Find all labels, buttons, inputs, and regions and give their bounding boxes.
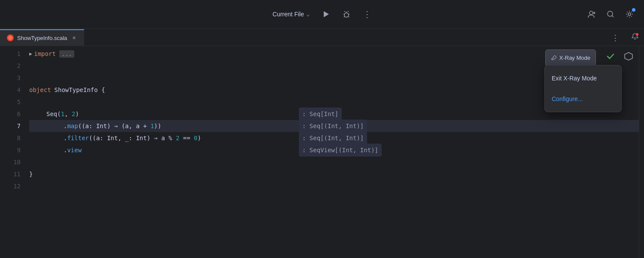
line-num-6: 6 (17, 108, 21, 120)
current-file-label: Current File (273, 11, 304, 18)
xray-dropdown-menu: Exit X-Ray Mode Configure... (544, 65, 622, 112)
more-options-button[interactable]: ⋮ (359, 6, 375, 22)
code-line-9: .view : SeqView[(Int, Int)] (29, 144, 639, 156)
hex-shape-icon[interactable] (622, 49, 635, 63)
code-line-10 (29, 156, 639, 168)
type-hint-view: : SeqView[(Int, Int)] (299, 144, 382, 157)
search-button[interactable] (603, 6, 618, 22)
current-file-selector[interactable]: Current File ⌄ (269, 9, 313, 19)
tab-right-icons (629, 31, 641, 44)
editor-content: 1 2 3 4 5 6 7 8 9 10 11 12 ▶ import ... (0, 46, 644, 258)
bell-icon[interactable] (629, 31, 641, 44)
svg-marker-0 (324, 11, 329, 17)
exit-xray-mode-item[interactable]: Exit X-Ray Mode (545, 68, 621, 89)
run-button[interactable] (318, 6, 334, 22)
line-num-2: 2 (17, 60, 21, 72)
chevron-down-icon: ⌄ (307, 11, 310, 17)
svg-point-2 (589, 11, 593, 15)
debug-button[interactable] (339, 6, 354, 22)
line-num-8: 8 (17, 132, 21, 144)
type-hint-seq: : Seq[Int] (299, 108, 342, 120)
code-line-12 (29, 180, 639, 192)
file-tab[interactable]: ShowTypeInfo.scala ✕ (0, 29, 84, 46)
tab-bar: ShowTypeInfo.scala ✕ ⋮ (0, 29, 644, 46)
line-num-5: 5 (17, 96, 21, 108)
line-num-9: 9 (17, 144, 21, 156)
code-area: ▶ import ... object ShowTypeInfo { Seq(1… (26, 46, 639, 258)
line-num-1: 1 (17, 48, 21, 60)
svg-point-4 (628, 13, 631, 15)
notification-badge (632, 8, 635, 12)
tab-more-button[interactable]: ⋮ (608, 31, 623, 43)
code-line-11: } (29, 168, 639, 180)
line-num-10: 10 (13, 156, 21, 168)
accept-button[interactable] (604, 49, 617, 63)
add-profile-button[interactable] (584, 6, 599, 22)
line-num-11: 11 (13, 168, 21, 180)
code-line-8: .filter((a: Int, _: Int) ⇒ a % 2 == 0) :… (29, 132, 639, 144)
line-numbers: 1 2 3 4 5 6 7 8 9 10 11 12 (0, 46, 26, 258)
editor-area: ShowTypeInfo.scala ✕ ⋮ 1 2 3 4 5 6 7 8 (0, 29, 644, 258)
xray-mode-label: X-Ray Mode (559, 52, 590, 64)
code-line-7: .map((a: Int) ⇒ (a, a + 1)) : Seq[(Int, … (29, 120, 639, 132)
svg-point-5 (636, 33, 638, 36)
pin-icon (551, 55, 557, 61)
line-num-4: 4 (17, 84, 21, 96)
tab-close-button[interactable]: ✕ (70, 34, 77, 41)
type-hint-map: : Seq[(Int, Int)] (299, 120, 367, 132)
xray-mode-button[interactable]: X-Ray Mode (545, 49, 596, 67)
type-hint-filter: : Seq[(Int, Int)] (299, 132, 367, 144)
fold-arrow-1[interactable]: ▶ (29, 48, 32, 60)
line-num-7: 7 (17, 120, 21, 132)
settings-button[interactable] (622, 6, 637, 22)
top-bar-center: Current File ⌄ ⋮ (269, 6, 375, 22)
svg-marker-6 (625, 52, 632, 60)
configure-item[interactable]: Configure... (545, 89, 621, 109)
line-num-3: 3 (17, 72, 21, 84)
top-bar: Current File ⌄ ⋮ (0, 0, 644, 29)
scala-logo (7, 34, 14, 41)
tab-filename: ShowTypeInfo.scala (17, 35, 67, 41)
top-bar-right (584, 6, 637, 22)
right-sidebar (639, 46, 644, 258)
line-num-12: 12 (13, 180, 21, 192)
